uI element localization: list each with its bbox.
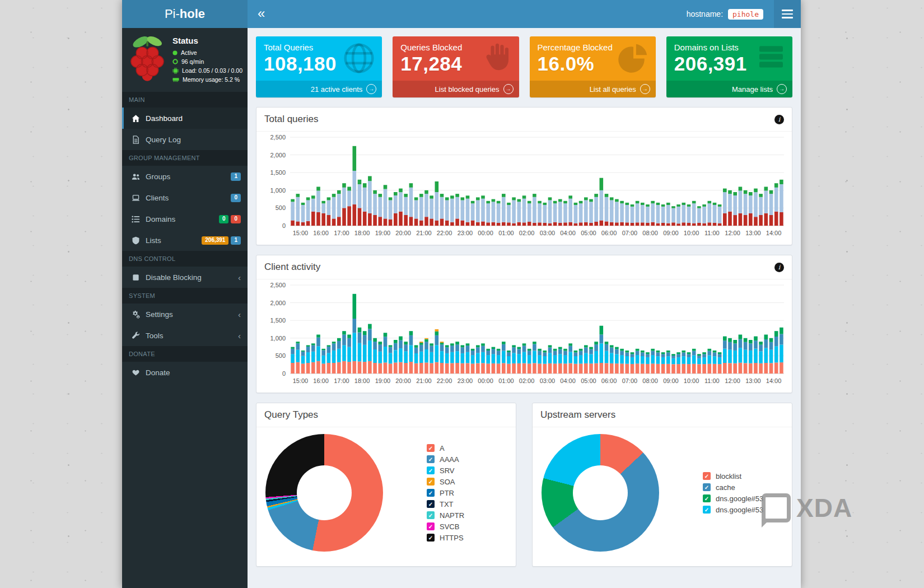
sidebar-item-tools[interactable]: Tools‹	[122, 325, 248, 346]
upstream-servers-donut-chart[interactable]	[542, 434, 659, 552]
sidebar-item-dashboard[interactable]: Dashboard	[122, 108, 248, 129]
svg-text:01:00: 01:00	[498, 230, 514, 236]
total-queries-card[interactable]: Total Queries108,18021 active clients→	[256, 36, 382, 97]
svg-text:23:00: 23:00	[458, 230, 473, 236]
legend-checkbox: ✓	[703, 483, 711, 491]
gears-icon	[131, 310, 140, 319]
sidebar-nav: MAINDashboardQuery LogGROUP MANAGEMENTGr…	[122, 92, 248, 383]
card-value: 17,284	[400, 53, 511, 75]
legend-item-srv[interactable]: ✓SRV	[427, 466, 464, 475]
legend-item-aaaa[interactable]: ✓AAAA	[427, 455, 464, 464]
svg-text:18:00: 18:00	[354, 230, 370, 236]
percentage-blocked-card[interactable]: Percentage Blocked16.0%List all queries→	[530, 36, 656, 97]
menu-toggle-button[interactable]	[774, 0, 801, 28]
sidebar-item-label: Query Log	[146, 136, 181, 144]
status-line-text: Active	[181, 49, 197, 56]
svg-text:16:00: 16:00	[313, 230, 329, 236]
legend-item-soa[interactable]: ✓SOA	[427, 478, 464, 486]
badge: 1	[231, 236, 241, 245]
svg-text:10:00: 10:00	[684, 230, 699, 236]
sidebar-item-disable-blocking[interactable]: Disable Blocking‹	[122, 267, 248, 288]
total-queries-footer-link[interactable]: 21 active clients→	[256, 81, 382, 97]
svg-text:20:00: 20:00	[395, 377, 411, 384]
percentage-blocked-footer-link[interactable]: List all queries→	[530, 81, 656, 97]
total-queries-chart[interactable]: 05001,0001,5002,0002,50015:0016:0017:001…	[256, 132, 792, 245]
status-line-text: 96 q/min	[181, 58, 204, 65]
sidebar-item-groups[interactable]: Groups1	[122, 166, 248, 187]
svg-text:17:00: 17:00	[334, 377, 349, 384]
legend-label: A	[440, 444, 445, 452]
svg-text:17:00: 17:00	[334, 230, 349, 236]
sidebar-item-label: Tools	[146, 332, 164, 340]
top-navbar: Pi-hole « hostname: pihole	[122, 0, 801, 28]
card-footer-label: 21 active clients	[311, 85, 363, 94]
chevron-left-icon: ‹	[238, 310, 241, 319]
info-icon[interactable]: i	[774, 263, 784, 272]
legend-item-cache[interactable]: ✓cache	[703, 483, 763, 492]
total-queries-panel-title: Total queries	[264, 114, 318, 125]
hostname-badge: pihole	[728, 9, 763, 20]
sidebar-section-header: DNS CONTROL	[122, 251, 248, 267]
badge: 1	[231, 172, 241, 181]
svg-text:02:00: 02:00	[519, 230, 535, 236]
legend-label: cache	[716, 483, 735, 492]
sidebar-item-badges: 00	[219, 215, 241, 223]
sidebar: Status Active96 q/minLoad: 0.05 / 0.03 /…	[122, 28, 248, 588]
xda-logo-text: XDA	[796, 493, 852, 523]
svg-text:03:00: 03:00	[540, 377, 556, 384]
sidebar-item-domains[interactable]: Domains00	[122, 208, 248, 230]
card-footer-label: List blocked queries	[435, 85, 500, 94]
legend-label: SRV	[440, 466, 455, 475]
domains-on-lists-footer-link[interactable]: Manage lists→	[666, 81, 792, 97]
logo-text-bold: hole	[180, 7, 205, 21]
svg-text:03:00: 03:00	[540, 230, 556, 236]
wrench-icon	[131, 331, 140, 340]
legend-item-a[interactable]: ✓A	[427, 444, 464, 452]
ring-icon	[172, 59, 178, 64]
svg-text:05:00: 05:00	[581, 377, 596, 384]
badge: 0	[219, 215, 229, 223]
svg-text:1,000: 1,000	[270, 187, 286, 194]
sidebar-item-donate[interactable]: Donate	[122, 362, 248, 383]
card-value: 108,180	[264, 53, 374, 75]
query-types-donut-chart[interactable]	[265, 434, 383, 552]
queries-blocked-card[interactable]: Queries Blocked17,284List blocked querie…	[393, 36, 519, 97]
legend-item-naptr[interactable]: ✓NAPTR	[427, 511, 464, 520]
status-line: 96 q/min	[172, 58, 242, 65]
sidebar-item-lists[interactable]: Lists206,3911	[122, 230, 248, 251]
sidebar-section-header: DONATE	[122, 346, 248, 362]
sidebar-item-settings[interactable]: Settings‹	[122, 304, 248, 325]
summary-cards: Total Queries108,18021 active clients→Qu…	[256, 36, 792, 97]
legend-checkbox: ✓	[703, 494, 711, 502]
legend-item-ptr[interactable]: ✓PTR	[427, 489, 464, 497]
home-icon	[131, 114, 140, 123]
svg-text:05:00: 05:00	[581, 230, 596, 236]
legend-item-svcb[interactable]: ✓SVCB	[427, 522, 464, 531]
sidebar-section-header: GROUP MANAGEMENT	[122, 150, 248, 166]
sidebar-collapse-icon[interactable]: «	[258, 7, 265, 20]
domains-on-lists-card[interactable]: Domains on Lists206,391Manage lists→	[666, 36, 792, 97]
legend-checkbox: ✓	[427, 534, 435, 542]
legend-item-dns-google-53[interactable]: ✓dns.google#53	[703, 494, 763, 503]
sidebar-item-label: Lists	[146, 236, 161, 245]
svg-text:22:00: 22:00	[437, 377, 452, 384]
client-activity-chart[interactable]: 05001,0001,5002,0002,50015:0016:0017:001…	[256, 279, 792, 393]
bottom-panels: Query Types ✓A✓AAAA✓SRV✓SOA✓PTR✓TXT✓NAPT…	[256, 403, 792, 576]
legend-item-dns-google-53[interactable]: ✓dns.google#53	[703, 506, 763, 514]
svg-text:08:00: 08:00	[642, 377, 658, 384]
sidebar-item-query-log[interactable]: Query Log	[122, 129, 248, 150]
legend-item-blocklist[interactable]: ✓blocklist	[703, 472, 763, 480]
list-icon	[131, 214, 140, 223]
card-body: Total Queries108,180	[256, 36, 382, 81]
info-icon[interactable]: i	[774, 115, 784, 124]
legend-item-https[interactable]: ✓HTTPS	[427, 534, 464, 542]
app-logo[interactable]: Pi-hole	[122, 0, 248, 28]
sidebar-item-clients[interactable]: Clients0	[122, 187, 248, 208]
queries-blocked-footer-link[interactable]: List blocked queries→	[393, 81, 519, 97]
legend-checkbox: ✓	[427, 511, 435, 519]
main-content: Total Queries108,18021 active clients→Qu…	[248, 28, 801, 588]
legend-label: blocklist	[716, 472, 741, 480]
legend-item-txt[interactable]: ✓TXT	[427, 500, 464, 508]
query-types-panel-title: Query Types	[264, 409, 318, 421]
legend-label: NAPTR	[440, 511, 464, 520]
